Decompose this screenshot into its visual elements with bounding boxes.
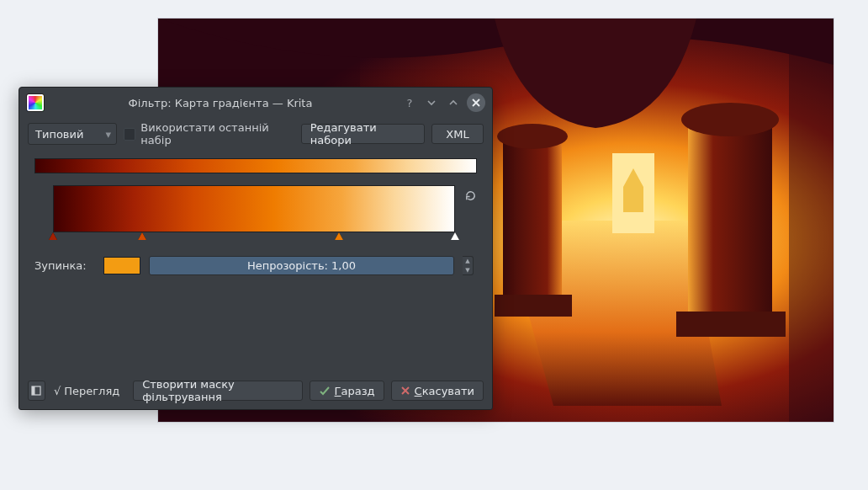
svg-rect-8 <box>676 312 786 337</box>
preview-label: Перегляд <box>64 385 119 397</box>
edit-presets-label: Редагувати набори <box>310 121 415 146</box>
preset-toolbar: Типовий ▾ Використати останній набір Ред… <box>19 118 492 153</box>
opacity-spin[interactable]: ▲▼ <box>463 256 474 275</box>
gradient-markers[interactable] <box>53 232 455 244</box>
opacity-slider[interactable]: Непрозорість: 1,00 <box>149 256 454 275</box>
edit-presets-button[interactable]: Редагувати набори <box>301 124 425 144</box>
svg-rect-9 <box>789 52 834 422</box>
cancel-label: Скасувати <box>415 385 474 397</box>
preset-select[interactable]: Типовий ▾ <box>28 123 117 145</box>
svg-rect-6 <box>688 120 772 322</box>
ok-button[interactable]: Гаразд <box>310 381 384 401</box>
gradient-preview <box>34 158 477 173</box>
svg-point-7 <box>681 103 779 136</box>
xml-label: XML <box>446 128 468 141</box>
create-mask-button[interactable]: Створити маску фільтрування <box>133 381 302 401</box>
gradient-stop-marker[interactable] <box>335 232 343 240</box>
ok-label: Гаразд <box>335 385 375 397</box>
gradient-stop-marker[interactable] <box>138 232 146 240</box>
use-last-checkbox[interactable]: Використати останній набір <box>124 121 294 146</box>
stop-row: Зупинка: Непрозорість: 1,00 ▲▼ <box>34 256 477 275</box>
preset-select-label: Типовий <box>35 128 83 141</box>
gradient-editor[interactable] <box>53 185 455 232</box>
close-icon[interactable] <box>467 93 485 112</box>
check-icon: √ <box>54 385 61 397</box>
gradient-stop-marker[interactable] <box>451 232 459 240</box>
preview-checkbox[interactable]: √ Перегляд <box>54 385 119 397</box>
sidebar-toggle-button[interactable] <box>28 381 45 401</box>
bottom-bar: √ Перегляд Створити маску фільтрування Г… <box>19 374 492 409</box>
filter-dialog: Фільтр: Карта градієнта — Krita ? Типови… <box>19 87 493 410</box>
svg-rect-3 <box>503 136 562 305</box>
titlebar[interactable]: Фільтр: Карта градієнта — Krita ? <box>19 88 492 118</box>
use-last-label: Використати останній набір <box>140 121 294 146</box>
svg-rect-12 <box>32 386 35 395</box>
maximize-icon[interactable] <box>445 94 462 111</box>
xml-button[interactable]: XML <box>431 124 484 144</box>
checkbox-icon <box>124 128 135 141</box>
help-icon[interactable]: ? <box>401 94 418 111</box>
svg-rect-5 <box>495 295 572 317</box>
ok-icon <box>319 385 331 397</box>
create-mask-label: Створити маску фільтрування <box>142 378 293 403</box>
opacity-text: Непрозорість: 1,00 <box>150 257 453 274</box>
app-icon <box>26 93 45 112</box>
minimize-icon[interactable] <box>423 94 440 111</box>
stop-color-swatch[interactable] <box>103 257 140 274</box>
svg-point-4 <box>497 124 568 149</box>
reload-icon[interactable] <box>463 187 477 204</box>
cancel-button[interactable]: Скасувати <box>391 381 484 401</box>
chevron-down-icon: ▾ <box>105 128 111 141</box>
cancel-icon <box>400 386 410 396</box>
stop-label: Зупинка: <box>34 259 95 272</box>
filter-area: Зупинка: Непрозорість: 1,00 ▲▼ <box>19 153 492 275</box>
dialog-title: Фільтр: Карта градієнта — Krita <box>45 97 396 109</box>
gradient-stop-marker[interactable] <box>49 232 57 240</box>
